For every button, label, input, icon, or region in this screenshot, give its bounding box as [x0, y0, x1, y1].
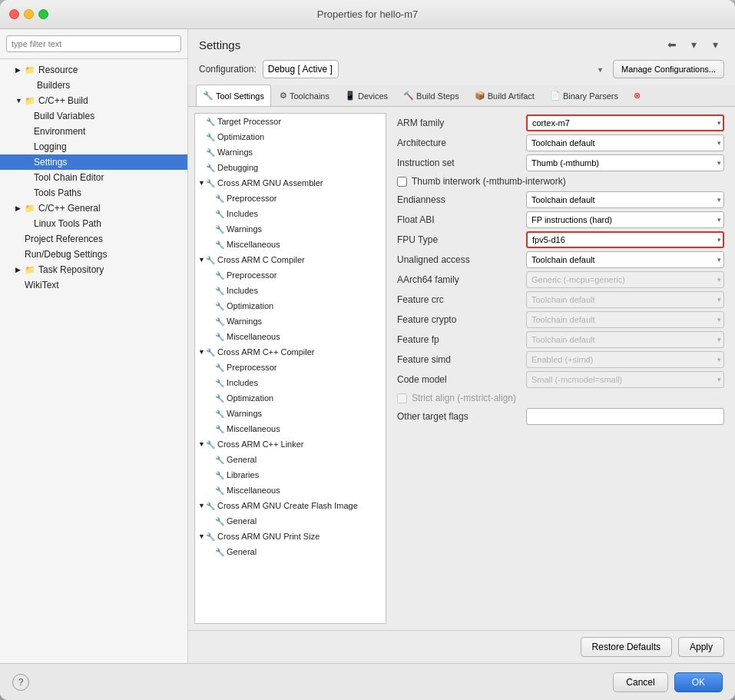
tool-tree-cpp-compiler[interactable]: ▼ 🔧 Cross ARM C++ Compiler [195, 344, 386, 360]
settings-header: Settings ⬅ ▾ ▾ [188, 29, 735, 57]
architecture-select[interactable]: Toolchain default [526, 134, 724, 151]
sidebar-item-linux-tools[interactable]: Linux Tools Path [0, 216, 187, 231]
tool-tree-asm-preprocessor[interactable]: 🔧 Preprocessor [195, 191, 386, 206]
endianness-label: Endianness [397, 194, 520, 205]
tab-toolchains[interactable]: ⚙ Toolchains [273, 85, 336, 106]
form-row-fpu-type: FPU Type fpv5-d16 ▾ [392, 230, 729, 250]
tool-tree-cpp-optimization[interactable]: 🔧 Optimization [195, 390, 386, 406]
tab-binary-parsers[interactable]: 📄 Binary Parsers [543, 85, 625, 106]
fpu-type-select[interactable]: fpv5-d16 [526, 231, 724, 248]
tool-tree-debugging[interactable]: 🔧 Debugging [195, 160, 386, 175]
sidebar-item-tools-paths[interactable]: Tools Paths [0, 185, 187, 201]
tool-tree-optimization[interactable]: 🔧 Optimization [195, 129, 386, 144]
thumb-interwork-checkbox[interactable] [397, 177, 407, 187]
unaligned-access-select[interactable]: Toolchain default [526, 251, 724, 268]
menu-icon[interactable]: ▾ [706, 37, 724, 52]
tool-tree-flash-image[interactable]: ▼ 🔧 Cross ARM GNU Create Flash Image [195, 498, 386, 513]
settings-area: 🔧 Target Processor 🔧 Optimization 🔧 Warn… [188, 107, 735, 630]
right-panel: Settings ⬅ ▾ ▾ Configuration: Debug [ Ac… [188, 29, 735, 663]
tool-tree-cc-misc[interactable]: 🔧 Miscellaneous [195, 329, 386, 344]
maximize-button[interactable] [38, 9, 48, 19]
config-select[interactable]: Debug [ Active ] [263, 60, 339, 78]
form-row-thumb-interwork: Thumb interwork (-mthumb-interwork) [392, 173, 729, 190]
feature-crypto-select: Toolchain default [526, 311, 724, 328]
sidebar-item-toolchain-editor[interactable]: Tool Chain Editor [0, 170, 187, 185]
sidebar: ▶ 📁 Resource Builders ▼ 📁 C/C++ Build [0, 29, 188, 663]
feature-simd-control: Enabled (+simd) ▾ [526, 351, 724, 368]
tabs-bar: 🔧 Tool Settings ⚙ Toolchains 📱 Devices 🔨… [188, 85, 735, 107]
code-model-control: Small (-mcmodel=small) ▾ [526, 371, 724, 388]
tool-tree-size-general[interactable]: 🔧 General [195, 544, 386, 559]
fpu-type-label: FPU Type [397, 234, 520, 245]
tab-build-steps[interactable]: 🔨 Build Steps [396, 85, 466, 106]
tool-tree-flash-general[interactable]: 🔧 General [195, 513, 386, 529]
other-flags-control [526, 408, 724, 425]
sidebar-item-cpp-build[interactable]: ▼ 📁 C/C++ Build [0, 93, 187, 108]
tool-tree-cpp-linker[interactable]: ▼ 🔧 Cross ARM C++ Linker [195, 436, 386, 452]
form-row-feature-fp: Feature fp Toolchain default ▾ [392, 330, 729, 350]
tool-tree-cpp-misc[interactable]: 🔧 Miscellaneous [195, 421, 386, 436]
manage-configurations-button[interactable]: Manage Configurations... [613, 60, 724, 78]
sidebar-item-run-debug[interactable]: Run/Debug Settings [0, 247, 187, 262]
tab-extra[interactable]: ⊗ [627, 85, 647, 106]
back-icon[interactable]: ⬅ [663, 37, 681, 52]
titlebar-buttons [9, 9, 48, 19]
sidebar-item-builders[interactable]: Builders [0, 78, 187, 93]
help-button[interactable]: ? [12, 674, 29, 691]
tab-build-artifact[interactable]: 📦 Build Artifact [468, 85, 541, 106]
tool-tree-asm-includes[interactable]: 🔧 Includes [195, 206, 386, 221]
tool-tree-linker-libs[interactable]: 🔧 Libraries [195, 467, 386, 483]
form-row-unaligned-access: Unaligned access Toolchain default ▾ [392, 250, 729, 270]
tool-tree-cc-warnings[interactable]: 🔧 Warnings [195, 314, 386, 329]
feature-fp-control: Toolchain default ▾ [526, 331, 724, 348]
form-row-arm-family: ARM family cortex-m7 ▾ [392, 113, 729, 133]
minimize-button[interactable] [24, 9, 34, 19]
other-flags-input[interactable] [526, 408, 724, 425]
tool-tree-cpp-warnings[interactable]: 🔧 Warnings [195, 406, 386, 421]
sidebar-item-wikitext[interactable]: WikiText [0, 277, 187, 293]
tool-tree-cc-includes[interactable]: 🔧 Includes [195, 283, 386, 298]
close-button[interactable] [9, 9, 19, 19]
tool-tree-linker-general[interactable]: 🔧 General [195, 452, 386, 467]
tool-tree-asm-misc[interactable]: 🔧 Miscellaneous [195, 237, 386, 252]
tool-tree-target-processor[interactable]: 🔧 Target Processor [195, 114, 386, 129]
tool-tree-cpp-preprocessor[interactable]: 🔧 Preprocessor [195, 360, 386, 375]
restore-defaults-button[interactable]: Restore Defaults [581, 637, 672, 657]
sidebar-item-project-refs[interactable]: Project References [0, 231, 187, 247]
form-row-instruction-set: Instruction set Thumb (-mthumb) ▾ [392, 153, 729, 173]
sidebar-item-task-repo[interactable]: ▶ 📁 Task Repository [0, 262, 187, 277]
cancel-button[interactable]: Cancel [613, 672, 667, 692]
form-row-code-model: Code model Small (-mcmodel=small) ▾ [392, 370, 729, 390]
endianness-select[interactable]: Toolchain default [526, 191, 724, 208]
unaligned-access-label: Unaligned access [397, 254, 520, 265]
settings-form: ARM family cortex-m7 ▾ Architecture Tool… [392, 113, 729, 624]
sidebar-item-logging[interactable]: Logging [0, 139, 187, 154]
tool-tree-asm[interactable]: ▼ 🔧 Cross ARM GNU Assembler [195, 175, 386, 191]
tool-tree-print-size[interactable]: ▼ 🔧 Cross ARM GNU Print Size [195, 529, 386, 544]
arm-family-select[interactable]: cortex-m7 [526, 114, 724, 131]
tool-tree-linker-misc[interactable]: 🔧 Miscellaneous [195, 483, 386, 498]
forward-icon[interactable]: ▾ [684, 37, 703, 52]
filter-input[interactable] [6, 35, 181, 52]
sidebar-item-settings[interactable]: Settings [0, 154, 187, 170]
tab-devices[interactable]: 📱 Devices [338, 85, 395, 106]
tool-tree-warnings[interactable]: 🔧 Warnings [195, 144, 386, 160]
tool-tree-cc-preprocessor[interactable]: 🔧 Preprocessor [195, 267, 386, 283]
ok-button[interactable]: OK [674, 672, 723, 692]
tab-tool-settings[interactable]: 🔧 Tool Settings [196, 85, 271, 106]
form-row-aarch64: AArch64 family Generic (-mcpu=generic) ▾ [392, 270, 729, 290]
aarch64-label: AArch64 family [397, 274, 520, 285]
settings-actions: ⬅ ▾ ▾ [663, 37, 724, 52]
sidebar-item-cpp-general[interactable]: ▶ 📁 C/C++ General [0, 201, 187, 216]
apply-button[interactable]: Apply [678, 637, 724, 657]
sidebar-item-build-variables[interactable]: Build Variables [0, 108, 187, 124]
float-abi-select[interactable]: FP instructions (hard) [526, 211, 724, 228]
tool-tree-cpp-includes[interactable]: 🔧 Includes [195, 375, 386, 390]
sidebar-item-resource[interactable]: ▶ 📁 Resource [0, 62, 187, 78]
tool-tree-cc-optimization[interactable]: 🔧 Optimization [195, 298, 386, 314]
aarch64-select: Generic (-mcpu=generic) [526, 271, 724, 288]
tool-tree-asm-warnings[interactable]: 🔧 Warnings [195, 221, 386, 237]
sidebar-item-environment[interactable]: Environment [0, 124, 187, 139]
instruction-set-select[interactable]: Thumb (-mthumb) [526, 154, 724, 171]
tool-tree-c-compiler[interactable]: ▼ 🔧 Cross ARM C Compiler [195, 252, 386, 267]
